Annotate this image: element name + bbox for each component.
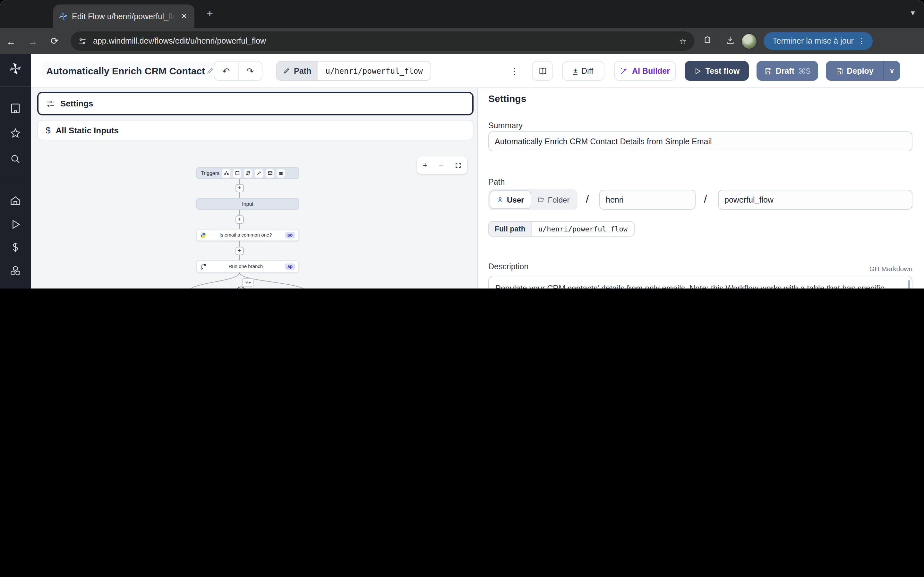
folder-icon — [537, 196, 544, 203]
input-node[interactable]: Input — [196, 198, 299, 210]
test-flow-button[interactable]: Test flow — [685, 61, 749, 81]
flow-edges — [31, 88, 477, 288]
deploy-button[interactable]: Deploy ∨ — [826, 61, 900, 81]
path-label: Path — [488, 177, 505, 187]
profile-avatar[interactable] — [741, 33, 757, 49]
address-bar[interactable]: app.windmill.dev/flows/edit/u/henri/powe… — [71, 31, 694, 51]
sidebar-item-workspace[interactable] — [0, 103, 31, 114]
browser-update-button[interactable]: Terminer la mise à jour ⋮ — [764, 32, 873, 50]
plus-minus-icon: ± — [573, 67, 577, 75]
app-sidebar — [0, 54, 31, 288]
node-id-badge: ao — [285, 232, 295, 238]
docs-button[interactable] — [532, 61, 553, 81]
add-step-button[interactable]: + — [235, 184, 244, 192]
new-tab-icon[interactable]: + — [207, 8, 213, 19]
webhook-trigger-icon[interactable] — [222, 169, 230, 177]
path-chip[interactable]: Path u/henri/powerful_flow — [276, 61, 431, 81]
flow-title[interactable]: Automatically Enrich CRM Contact — [42, 62, 217, 79]
settings-panel-title: Settings — [488, 93, 526, 104]
diff-button[interactable]: ± Diff — [562, 61, 604, 81]
downloads-icon[interactable] — [726, 35, 735, 47]
browser-tab[interactable]: Edit Flow u/henri/powerful_flo ✕ — [53, 5, 194, 28]
sidebar-item-search[interactable] — [0, 153, 31, 165]
site-settings-icon[interactable] — [78, 37, 87, 45]
path-chip-value: u/henri/powerful_flow — [318, 61, 430, 80]
tab-title-fade — [158, 12, 175, 21]
websocket-trigger-icon[interactable] — [255, 169, 263, 177]
edit-pencil-icon — [206, 67, 213, 74]
path-slash: / — [586, 193, 589, 206]
browser-menu-kebab-icon[interactable]: ⋮ — [854, 37, 869, 45]
branch-fork-icon[interactable]: ⑂+ — [242, 278, 254, 287]
node-is-email-common[interactable]: Is email a common one? ao — [196, 229, 299, 241]
draft-button[interactable]: Draft ⌘S — [756, 61, 818, 81]
node-id-badge: ap — [285, 263, 295, 269]
triggers-label: Triggers — [201, 170, 220, 176]
save-icon — [835, 67, 843, 75]
summary-label: Summary — [488, 121, 523, 130]
markdown-hint: GH Markdown — [869, 265, 913, 272]
browser-toolbar: ← → ⟳ app.windmill.dev/flows/edit/u/henr… — [0, 28, 924, 54]
sidebar-item-resources[interactable] — [0, 265, 31, 276]
ai-builder-button[interactable]: AI Builder — [614, 61, 676, 81]
owner-kind-toggle: User Folder — [488, 189, 577, 210]
undo-button[interactable]: ↶ — [214, 61, 238, 80]
tab-title: Edit Flow u/henri/powerful_flo — [72, 12, 175, 21]
sidebar-item-home[interactable] — [0, 195, 31, 206]
back-icon[interactable]: ← — [0, 35, 22, 47]
add-step-button[interactable]: + — [235, 247, 244, 255]
browser-window: Edit Flow u/henri/powerful_flo ✕ + ▼ ← →… — [0, 0, 924, 288]
magic-wand-icon — [620, 67, 628, 75]
branch-icon — [200, 263, 207, 269]
triggers-node[interactable]: Triggers — [196, 167, 299, 179]
toolbar-divider — [719, 35, 719, 47]
owner-kind-folder-button[interactable]: Folder — [531, 190, 576, 209]
flow-settings-panel: Settings Summary Path User Folder / / Fu… — [477, 88, 924, 288]
path-name-input[interactable] — [718, 190, 913, 210]
play-icon — [694, 67, 702, 75]
bookmark-star-icon[interactable]: ☆ — [679, 36, 687, 46]
sidebar-item-runs[interactable] — [0, 219, 31, 230]
email-trigger-icon[interactable] — [266, 169, 274, 177]
update-button-label: Terminer la mise à jour — [772, 37, 854, 45]
pencil-icon — [283, 67, 290, 74]
owner-kind-user-button[interactable]: User — [489, 190, 531, 209]
redo-button[interactable]: ↷ — [238, 61, 262, 80]
textarea-scrollbar[interactable] — [908, 280, 910, 288]
flow-canvas[interactable]: Settings $ All Static Inputs + − — [31, 88, 477, 288]
more-options-kebab-icon[interactable]: ⋮ — [508, 61, 521, 81]
full-path-label: Full path — [489, 222, 531, 236]
poll-trigger-icon[interactable] — [276, 169, 285, 177]
node-run-one-branch-top[interactable]: Run one branch ap — [196, 260, 299, 272]
undo-redo-group: ↶ ↷ — [214, 61, 262, 81]
deploy-main[interactable]: Deploy — [826, 66, 883, 75]
save-icon — [764, 67, 772, 75]
book-icon — [538, 66, 547, 75]
forward-icon[interactable]: → — [22, 35, 44, 47]
draft-shortcut: ⌘S — [798, 66, 811, 75]
reload-icon[interactable]: ⟳ — [44, 35, 65, 47]
sidebar-item-variables[interactable] — [0, 242, 31, 253]
summary-input[interactable] — [488, 131, 913, 151]
python-icon — [200, 232, 207, 238]
extensions-icon[interactable] — [703, 35, 712, 47]
description-label: Description — [488, 262, 528, 271]
full-path-chip: Full path u/henri/powerful_flow — [488, 221, 635, 237]
path-slash: / — [704, 193, 707, 206]
path-owner-input[interactable] — [599, 190, 696, 210]
deploy-dropdown-chevron-icon[interactable]: ∨ — [884, 67, 900, 74]
schedule-trigger-icon[interactable] — [233, 169, 241, 177]
user-icon — [497, 196, 504, 203]
tab-close-icon[interactable]: ✕ — [179, 11, 189, 21]
windmill-logo[interactable] — [0, 61, 31, 76]
description-textarea[interactable]: Populate your CRM contacts' details from… — [488, 276, 913, 288]
add-step-button[interactable]: + — [235, 215, 244, 223]
browser-tab-bar: Edit Flow u/henri/powerful_flo ✕ + ▼ — [0, 0, 924, 28]
http-route-trigger-icon[interactable] — [244, 169, 252, 177]
path-chip-label: Path — [276, 61, 318, 80]
sidebar-item-favorites[interactable] — [0, 127, 31, 139]
tab-search-chevron-icon[interactable]: ▼ — [909, 9, 916, 17]
url-text: app.windmill.dev/flows/edit/u/henri/powe… — [93, 37, 679, 45]
flow-editor-toolbar: Automatically Enrich CRM Contact ↶ ↷ Pat… — [0, 54, 924, 88]
full-path-value: u/henri/powerful_flow — [531, 222, 634, 236]
